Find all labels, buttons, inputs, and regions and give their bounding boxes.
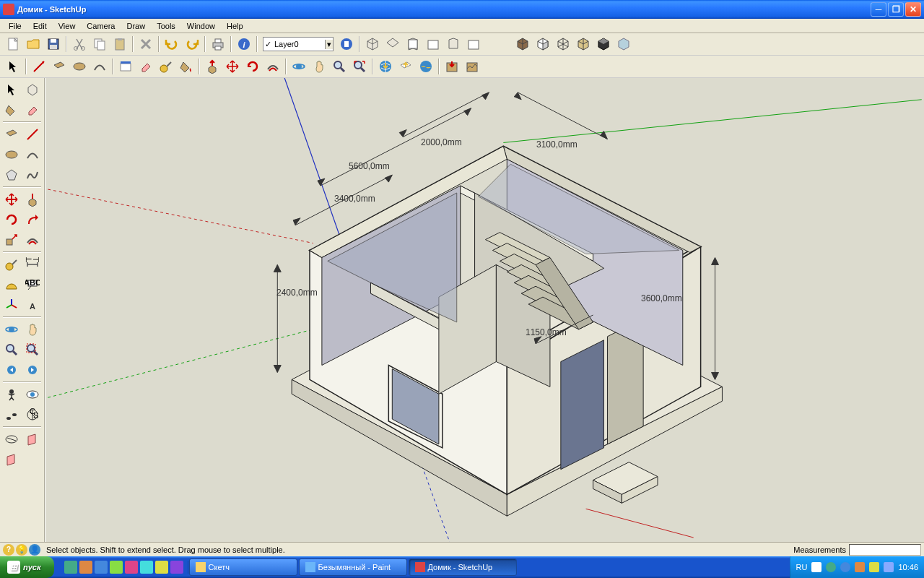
eraser-icon[interactable] [136, 57, 155, 76]
ql-icon-3[interactable] [95, 561, 108, 574]
select-icon[interactable] [4, 57, 22, 76]
open-file-icon[interactable] [24, 35, 43, 53]
model-info-icon[interactable]: i [235, 35, 253, 53]
menu-draw[interactable]: Draw [121, 20, 151, 32]
tray-icon-1[interactable] [811, 562, 821, 572]
status-tip-icon[interactable]: 💡 [16, 544, 27, 556]
shaded-textures-icon[interactable] [513, 35, 532, 53]
axes-tool-icon[interactable] [2, 295, 22, 315]
tape-tool-icon[interactable] [2, 254, 22, 275]
ql-icon-2[interactable] [79, 561, 92, 574]
circle-tool-icon[interactable] [2, 144, 22, 165]
3dtext-tool-icon[interactable]: A [23, 295, 43, 315]
language-indicator[interactable]: RU [796, 563, 808, 571]
rectangle-icon[interactable] [50, 57, 69, 76]
previous-view-icon[interactable] [2, 360, 22, 380]
pushpull-tool-icon[interactable] [23, 189, 43, 210]
get-photo-texture-icon[interactable] [443, 57, 461, 76]
rotate-tool-icon[interactable] [2, 210, 22, 230]
ql-icon-7[interactable] [155, 561, 168, 574]
pan-icon[interactable] [310, 57, 328, 76]
menu-help[interactable]: Help [221, 20, 249, 32]
component-tool-icon[interactable] [23, 79, 43, 100]
move-tool-icon[interactable] [2, 189, 22, 210]
select-tool-icon[interactable] [2, 79, 22, 100]
hidden-line-icon[interactable] [574, 35, 593, 53]
tape-measure-icon[interactable] [157, 57, 175, 76]
dimension-tool-icon[interactable]: ⊢⊣ [23, 254, 43, 275]
eraser-tool-icon[interactable] [23, 100, 43, 120]
make-component-icon[interactable] [116, 57, 135, 76]
protractor-tool-icon[interactable] [2, 275, 22, 295]
left-view-icon[interactable] [464, 35, 483, 53]
look-around-icon[interactable] [23, 384, 43, 405]
orbit-icon[interactable] [289, 57, 308, 76]
menu-tools[interactable]: Tools [151, 20, 181, 32]
tray-icon-5[interactable] [869, 562, 879, 572]
menu-file[interactable]: File [3, 20, 27, 32]
front-view-icon[interactable] [404, 35, 422, 53]
back-view-icon[interactable] [444, 35, 463, 53]
walk-icon[interactable] [2, 405, 22, 425]
copy-icon[interactable] [90, 35, 109, 53]
circle-icon[interactable] [70, 57, 89, 76]
zoom-icon[interactable] [330, 57, 349, 76]
new-file-icon[interactable] [4, 35, 22, 53]
status-user-icon[interactable]: 👤 [29, 544, 40, 556]
layer-selector[interactable]: ✓ ▾ [263, 37, 334, 51]
position-camera-icon[interactable] [2, 384, 22, 405]
save-icon[interactable] [44, 35, 63, 53]
zoom-tool-icon[interactable] [2, 340, 22, 360]
move-icon[interactable] [223, 57, 242, 76]
cut-icon[interactable] [70, 35, 89, 53]
polygon-tool-icon[interactable] [2, 165, 22, 185]
ql-icon-5[interactable] [125, 561, 138, 574]
next-view-icon[interactable] [23, 360, 43, 380]
followme-tool-icon[interactable] [23, 210, 43, 230]
delete-icon[interactable] [136, 35, 155, 53]
maximize-button[interactable]: ❐ [888, 2, 904, 17]
print-icon[interactable] [209, 35, 227, 53]
taskbar-item-sketch[interactable]: Скетч [189, 558, 297, 576]
section-cut-icon[interactable] [23, 429, 43, 449]
monochrome-icon[interactable] [594, 35, 613, 53]
menu-window[interactable]: Window [181, 20, 221, 32]
right-view-icon[interactable] [424, 35, 443, 53]
chevron-down-icon[interactable]: ▾ [325, 40, 333, 49]
offset-icon[interactable] [263, 57, 282, 76]
rotate-icon[interactable] [243, 57, 262, 76]
ql-icon-4[interactable] [110, 561, 123, 574]
tray-icon-4[interactable] [855, 562, 865, 572]
menu-edit[interactable]: Edit [27, 20, 53, 32]
measurements-input[interactable] [849, 544, 921, 556]
taskbar-item-paint[interactable]: Безымянный - Paint [299, 558, 407, 576]
undo-icon[interactable] [162, 35, 181, 53]
tray-icon-2[interactable] [826, 562, 836, 572]
ql-icon-1[interactable] [64, 561, 77, 574]
layer-manager-icon[interactable] [337, 35, 356, 53]
arc-icon[interactable] [90, 57, 109, 76]
status-help-icon[interactable]: ? [3, 544, 14, 556]
clock[interactable]: 10:46 [898, 563, 918, 571]
pan-tool-icon[interactable] [23, 319, 43, 340]
section-plane-icon[interactable]: CS [23, 405, 43, 425]
shaded-icon[interactable] [533, 35, 552, 53]
line-tool-icon[interactable] [23, 124, 43, 144]
paste-icon[interactable] [110, 35, 129, 53]
offset-tool-icon[interactable] [23, 230, 43, 250]
3d-viewport[interactable]: 2000,0mm 3100,0mm 5600,0mm 3400,0mm 2400… [45, 78, 924, 542]
text-tool-icon[interactable]: ABC [23, 275, 43, 295]
paint-bucket-icon[interactable] [177, 57, 196, 76]
zoom-window-tool-icon[interactable] [23, 340, 43, 360]
section-fill-icon[interactable] [2, 449, 22, 470]
line-icon[interactable] [30, 57, 48, 76]
push-pull-icon[interactable] [203, 57, 222, 76]
paint-tool-icon[interactable] [2, 100, 22, 120]
tray-icon-3[interactable] [840, 562, 850, 572]
get-models-icon[interactable] [376, 57, 395, 76]
taskbar-item-sketchup[interactable]: Домик - SketchUp [409, 558, 517, 576]
menu-camera[interactable]: Camera [81, 20, 121, 32]
layer-input[interactable] [273, 40, 325, 48]
minimize-button[interactable]: ─ [871, 2, 886, 17]
toggle-terrain-icon[interactable] [463, 57, 481, 76]
